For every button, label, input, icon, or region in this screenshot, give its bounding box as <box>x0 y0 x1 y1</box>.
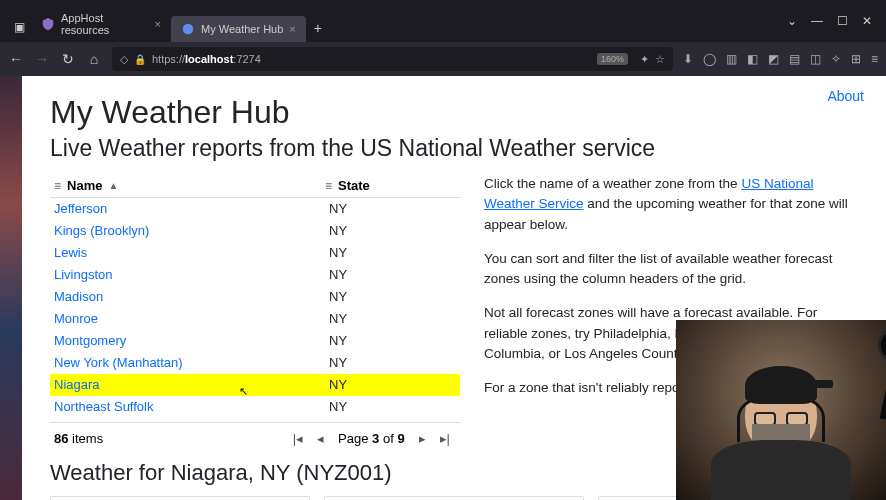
table-row[interactable]: Kings (Brooklyn)NY <box>50 220 460 242</box>
grid-icon[interactable]: ⊞ <box>851 52 861 66</box>
zone-link[interactable]: Madison <box>54 288 329 306</box>
table-row[interactable]: LewisNY <box>50 242 460 264</box>
table-row[interactable]: LivingstonNY <box>50 264 460 286</box>
extension-icon[interactable]: ◩ <box>768 52 779 66</box>
column-header-state[interactable]: ≡ State <box>325 178 460 193</box>
column-menu-icon[interactable]: ≡ <box>325 179 332 193</box>
zone-state: NY <box>329 244 456 262</box>
forward-button[interactable]: → <box>34 51 50 67</box>
forecast-card: Tuesday <box>324 496 584 500</box>
zone-state: NY <box>329 266 456 284</box>
detail-heading: Weather for Niagara, NY (NYZ001) <box>50 460 460 486</box>
zone-link[interactable]: Livingston <box>54 266 329 284</box>
reload-button[interactable]: ↻ <box>60 51 76 67</box>
chevron-down-icon[interactable]: ⌄ <box>787 14 797 28</box>
close-icon[interactable]: × <box>289 23 295 35</box>
table-row[interactable]: Northeast SuffolkNY <box>50 396 460 418</box>
table-row[interactable]: MadisonNY <box>50 286 460 308</box>
zone-state: NY <box>329 200 456 218</box>
tab-favicon <box>41 17 55 31</box>
page-subtitle: Live Weather reports from the US Nationa… <box>50 135 858 162</box>
tab-favicon <box>181 22 195 36</box>
new-tab-button[interactable]: + <box>306 14 330 42</box>
zone-link[interactable]: Lewis <box>54 244 329 262</box>
shield-icon: ◇ <box>120 53 128 66</box>
table-row[interactable]: MonroeNY <box>50 308 460 330</box>
close-icon[interactable]: × <box>155 18 161 30</box>
browser-tab[interactable]: AppHost resources × <box>31 6 171 42</box>
info-paragraph: You can sort and filter the list of avai… <box>484 249 858 290</box>
page-first-button[interactable]: |◂ <box>293 431 303 446</box>
page-last-button[interactable]: ▸| <box>440 431 450 446</box>
zone-link[interactable]: Monroe <box>54 310 329 328</box>
maximize-icon[interactable]: ☐ <box>837 14 848 28</box>
column-header-name[interactable]: ≡ Name ▲ <box>50 178 325 193</box>
column-menu-icon[interactable]: ≡ <box>54 179 61 193</box>
svg-point-0 <box>183 24 194 35</box>
page-indicator: Page 3 of 9 <box>338 431 405 446</box>
zone-state: NY <box>329 332 456 350</box>
home-button[interactable]: ⌂ <box>86 51 102 67</box>
address-bar[interactable]: ◇ 🔒 https://localhost:7274 160% ✦ ☆ <box>112 47 673 71</box>
bookmark-icon[interactable]: ☆ <box>655 53 665 66</box>
item-count: 86 items <box>54 431 174 446</box>
table-row[interactable]: JeffersonNY <box>50 198 460 220</box>
zone-link[interactable]: Northeast Suffolk <box>54 398 329 416</box>
table-row[interactable]: New York (Manhattan)NY <box>50 352 460 374</box>
reader-icon[interactable]: ✦ <box>640 53 649 66</box>
url-text: https://localhost:7274 <box>152 53 261 65</box>
page-title: My Weather Hub <box>50 94 858 131</box>
zone-state: NY <box>329 288 456 306</box>
zone-link[interactable]: New York (Manhattan) <box>54 354 329 372</box>
extension-icon[interactable]: ◫ <box>810 52 821 66</box>
browser-tab[interactable]: My Weather Hub × <box>171 16 306 42</box>
sort-asc-icon: ▲ <box>108 180 118 191</box>
zone-link[interactable]: Niagara <box>54 376 329 394</box>
table-row[interactable]: NiagaraNY <box>50 374 460 396</box>
webcam-overlay <box>676 320 886 500</box>
desktop-background-edge <box>0 76 22 500</box>
back-button[interactable]: ← <box>8 51 24 67</box>
info-paragraph: Click the name of a weather zone from th… <box>484 174 858 235</box>
zoom-badge[interactable]: 160% <box>597 53 628 65</box>
zone-state: NY <box>329 354 456 372</box>
zone-state: NY <box>329 376 456 394</box>
extension-icon[interactable]: ▤ <box>789 52 800 66</box>
about-link[interactable]: About <box>827 88 864 104</box>
forecast-card: Tonight <box>50 496 310 500</box>
zone-state: NY <box>329 222 456 240</box>
zone-link[interactable]: Montgomery <box>54 332 329 350</box>
zone-link[interactable]: Jefferson <box>54 200 329 218</box>
close-window-icon[interactable]: ✕ <box>862 14 872 28</box>
menu-icon[interactable]: ≡ <box>871 52 878 66</box>
zone-link[interactable]: Kings (Brooklyn) <box>54 222 329 240</box>
zone-state: NY <box>329 398 456 416</box>
library-icon[interactable]: ▥ <box>726 52 737 66</box>
lock-icon: 🔒 <box>134 54 146 65</box>
tab-title: My Weather Hub <box>201 23 283 35</box>
account-icon[interactable]: ◯ <box>703 52 716 66</box>
minimize-icon[interactable]: — <box>811 14 823 28</box>
download-icon[interactable]: ⬇ <box>683 52 693 66</box>
zone-state: NY <box>329 310 456 328</box>
extensions-icon[interactable]: ✧ <box>831 52 841 66</box>
table-row[interactable]: MontgomeryNY <box>50 330 460 352</box>
tab-title: AppHost resources <box>61 12 149 36</box>
page-prev-button[interactable]: ◂ <box>317 431 324 446</box>
page-next-button[interactable]: ▸ <box>419 431 426 446</box>
sidebar-icon[interactable]: ▣ <box>8 12 31 42</box>
extension-icon[interactable]: ◧ <box>747 52 758 66</box>
mouse-cursor: ↖ <box>239 385 248 398</box>
